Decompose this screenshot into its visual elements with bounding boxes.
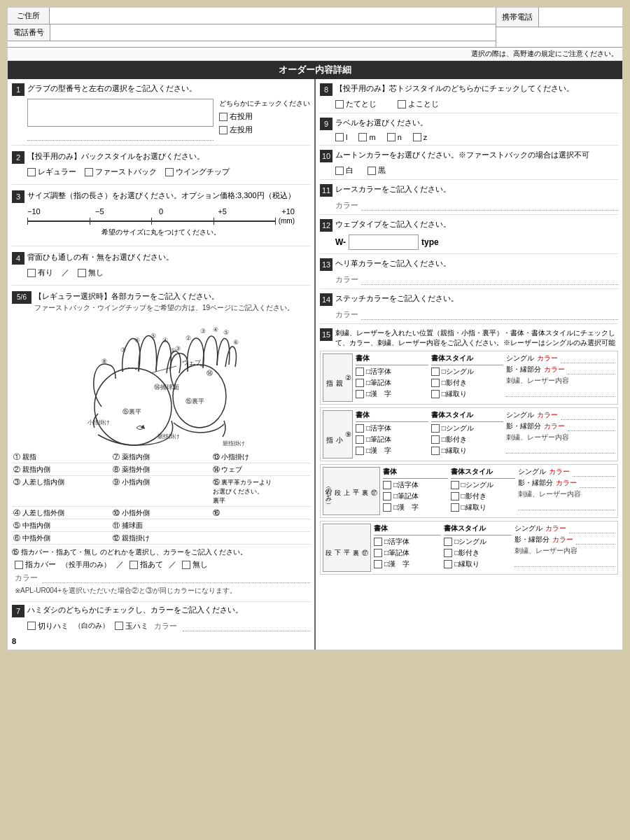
cb3[interactable] bbox=[356, 390, 364, 398]
s7-opt2[interactable]: 玉ハミ bbox=[115, 621, 148, 631]
cb5[interactable] bbox=[431, 379, 440, 387]
finger-cap-box3[interactable] bbox=[182, 561, 190, 569]
s10-white[interactable]: 白 bbox=[335, 165, 354, 176]
s8-box2[interactable] bbox=[398, 100, 406, 108]
s12-input[interactable] bbox=[349, 234, 419, 250]
emb-p-s1[interactable]: □シングル bbox=[431, 424, 504, 433]
emb-p-f3[interactable]: □漢 字 bbox=[356, 446, 428, 456]
s7-sub1: （白のみ） bbox=[74, 621, 109, 631]
s8-box1[interactable] bbox=[335, 100, 344, 108]
s9-opt-m[interactable]: m bbox=[358, 133, 375, 141]
finger-cap-box2[interactable] bbox=[130, 561, 138, 569]
emb-t-color-line1[interactable] bbox=[561, 354, 615, 363]
s12-prefix: W- bbox=[335, 237, 346, 247]
emb-p-s2[interactable]: □影付き bbox=[431, 435, 504, 444]
s8-opt1[interactable]: たてとじ bbox=[335, 99, 377, 109]
s4-no-box[interactable] bbox=[78, 269, 86, 277]
finger-cap-color-input[interactable] bbox=[42, 572, 310, 583]
emb-t-f3[interactable]: □漢 字 bbox=[356, 389, 428, 399]
scale-v4: +5 bbox=[218, 207, 227, 216]
emb-pinky: ⑨小指 書体 □活字体 □筆記体 □漢 字 書体スタイル bbox=[320, 407, 618, 461]
emb-t-s2[interactable]: □影付き bbox=[431, 378, 504, 388]
s4-no[interactable]: 無し bbox=[78, 267, 104, 278]
s9-box-z[interactable] bbox=[413, 133, 421, 141]
model-number-box[interactable] bbox=[27, 99, 214, 127]
right-throw-checkbox[interactable]: 右投用 bbox=[219, 111, 310, 122]
model-line[interactable] bbox=[27, 130, 214, 141]
emb-p-s3[interactable]: □縁取り bbox=[431, 446, 504, 456]
s2-opt1[interactable]: レギュラー bbox=[27, 167, 76, 177]
phone-label: 電話番号 bbox=[8, 24, 50, 41]
s7-opt1[interactable]: 切りハミ bbox=[27, 621, 69, 631]
s2-opt2[interactable]: ファーストバック bbox=[85, 167, 157, 177]
emb-thumb-cols: 書体 □活字体 □筆記体 □漢 字 書体スタイル □シングル □影付き □縁取り bbox=[356, 354, 615, 400]
header-left: ご住所 電話番号 bbox=[8, 8, 496, 47]
s12-header: 12 ウェブタイプをご記入ください。 bbox=[320, 219, 618, 232]
finger-cap-label: ⑮ 指カバー・指あて・無し のどれかを選択し、カラーをご記入ください。 bbox=[12, 547, 310, 557]
s4-yes[interactable]: 有り bbox=[27, 267, 53, 278]
emb-t-s1[interactable]: □シングル bbox=[431, 367, 504, 377]
finger-cap-box1[interactable] bbox=[15, 561, 23, 569]
emb-t-f1[interactable]: □活字体 bbox=[356, 367, 428, 377]
s2-box2[interactable] bbox=[85, 168, 93, 176]
emb-thumb: ②親指 書体 □活字体 □筆記体 □漢 字 書体スタイル bbox=[320, 351, 618, 405]
emb-t-s3[interactable]: □縁取り bbox=[431, 389, 504, 399]
svg-text:⑮裏平: ⑮裏平 bbox=[186, 398, 204, 405]
s1-input-area bbox=[27, 99, 214, 141]
s4-num: 4 bbox=[12, 252, 24, 265]
section-7: 7 ハミダシのどちらかにチェックし、カラーをご記入ください。 切りハミ （白のみ… bbox=[12, 601, 310, 631]
finger-cap-color-row: カラー bbox=[15, 572, 310, 583]
emb-t-single-row: シングル カラー bbox=[506, 354, 615, 363]
svg-text:⑤: ⑤ bbox=[223, 329, 229, 336]
cb4[interactable] bbox=[431, 368, 440, 376]
s10-black[interactable]: 黒 bbox=[368, 165, 386, 176]
s7-box2[interactable] bbox=[115, 622, 123, 630]
s9-label: ラベルをお選びください。 bbox=[335, 118, 428, 128]
s12-web-row: W- type bbox=[335, 234, 618, 250]
cb1[interactable] bbox=[356, 368, 364, 376]
s9-box-l[interactable] bbox=[335, 133, 344, 141]
s7-box1[interactable] bbox=[27, 622, 36, 630]
s4-yes-box[interactable] bbox=[27, 269, 36, 277]
s11-color-input[interactable] bbox=[361, 200, 618, 211]
s7-options: 切りハミ （白のみ） 玉ハミ カラー bbox=[27, 620, 310, 631]
emb-t-color-line2[interactable] bbox=[568, 365, 615, 374]
finger-cap-opt3[interactable]: 無し bbox=[182, 559, 208, 570]
cb2[interactable] bbox=[356, 379, 364, 387]
emb-t-f2[interactable]: □筆記体 bbox=[356, 378, 428, 388]
emb-pinky-right: シングル カラー 影・縁部分 カラー 刺繍、レ bbox=[506, 410, 615, 457]
emb-t-content-input[interactable] bbox=[506, 387, 615, 397]
main-content: 1 グラブの型番号と左右の選択をご記入ください。 どちらかにチェックください 右… bbox=[8, 79, 622, 650]
s15-num: 15 bbox=[320, 328, 332, 341]
s14-color-input[interactable] bbox=[361, 309, 618, 320]
emb-p-f2[interactable]: □筆記体 bbox=[356, 435, 428, 444]
finger-cap-opt1[interactable]: 指カバー bbox=[15, 559, 56, 570]
s2-box1[interactable] bbox=[27, 168, 36, 176]
s2-box3[interactable] bbox=[165, 168, 174, 176]
s9-box-m[interactable] bbox=[358, 133, 367, 141]
emb-p-f1[interactable]: □活字体 bbox=[356, 424, 428, 433]
s10-box-black[interactable] bbox=[368, 167, 376, 175]
s3-label: サイズ調整（指の長さ）をお選びください。オプション価格:3,300円（税込） bbox=[27, 190, 295, 201]
s8-opt2[interactable]: よことじ bbox=[398, 99, 439, 109]
right-column: 8 【投手用のみ】芯トジスタイルのどちらかにチェックしてください。 たてとじ よ… bbox=[316, 79, 622, 650]
right-throw-box[interactable] bbox=[219, 113, 227, 121]
emb-pinky-cols: 書体 □活字体 □筆記体 □漢 字 書体スタイル □シングル □影付き □縁取り bbox=[356, 410, 615, 457]
left-throw-box[interactable] bbox=[219, 126, 227, 134]
emb-pinky-content: ⑨小指 書体 □活字体 □筆記体 □漢 字 書体スタイル bbox=[323, 410, 615, 458]
part-13: ⑬ 小指掛け bbox=[211, 451, 310, 463]
s9-box-n[interactable] bbox=[387, 133, 396, 141]
s9-opt-n[interactable]: n bbox=[387, 133, 402, 141]
s13-color-input[interactable] bbox=[361, 274, 618, 285]
svg-line-9 bbox=[150, 366, 176, 373]
left-throw-checkbox[interactable]: 左投用 bbox=[219, 125, 310, 135]
s9-opt-z[interactable]: z bbox=[413, 133, 428, 141]
s10-box-white[interactable] bbox=[335, 167, 344, 175]
s2-opt3[interactable]: ウイングチップ bbox=[165, 167, 230, 177]
finger-cap-opt2[interactable]: 指あて bbox=[130, 559, 163, 570]
s7-color-input[interactable] bbox=[183, 620, 310, 631]
s8-header: 8 【投手用のみ】芯トジスタイルのどちらかにチェックしてください。 bbox=[320, 83, 618, 96]
s9-opt-l[interactable]: l bbox=[335, 133, 347, 141]
emb-t-color1: カラー bbox=[537, 354, 558, 363]
cb6[interactable] bbox=[431, 390, 440, 398]
